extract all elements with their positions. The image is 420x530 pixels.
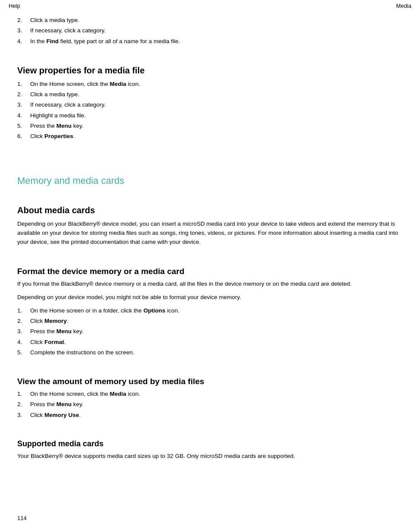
list-item: 3. If necessary, click a category. [17, 26, 403, 35]
supported-cards-paragraph: Your BlackBerry® device supports media c… [17, 452, 403, 461]
list-item: 1. On the Home screen, click the Media i… [17, 80, 403, 88]
about-media-cards-heading: About media cards [17, 205, 403, 215]
list-item: 2. Click Memory. [17, 317, 403, 325]
memory-section-heading: Memory and media cards [17, 175, 403, 186]
list-item: 6. Click Properties. [17, 132, 403, 141]
page-number: 114 [17, 515, 27, 521]
list-item: 4. Click Format. [17, 338, 403, 347]
list-item: 4. Highlight a media file. [17, 111, 403, 120]
list-item: 4. In the Find field, type part or all o… [17, 37, 403, 46]
supported-cards-heading: Supported media cards [17, 439, 403, 448]
page-footer: 114 [17, 515, 27, 521]
format-section-heading: Format the device memory or a media card [17, 267, 403, 276]
list-item: 1. On the Home screen or in a folder, cl… [17, 306, 403, 315]
page-header: Help Media [0, 0, 420, 12]
list-item: 2. Click a media type. [17, 16, 403, 25]
list-item: 2. Press the Menu key. [17, 400, 403, 409]
view-memory-heading: View the amount of memory used by media … [17, 377, 403, 386]
view-properties-heading: View properties for a media file [17, 66, 403, 76]
list-item: 3. Press the Menu key. [17, 327, 403, 336]
intro-list: 2. Click a media type. 3. If necessary, … [17, 16, 403, 46]
list-item: 2. Click a media type. [17, 90, 403, 99]
list-item: 3. Click Memory Use. [17, 411, 403, 420]
format-para1: If you format the BlackBerry® device mem… [17, 280, 403, 289]
page-content: 2. Click a media type. 3. If necessary, … [0, 12, 420, 483]
header-right: Media [396, 3, 411, 9]
list-item: 5. Press the Menu key. [17, 122, 403, 130]
list-item: 5. Complete the instructions on the scre… [17, 348, 403, 357]
list-item: 1. On the Home screen, click the Media i… [17, 390, 403, 398]
about-media-cards-paragraph: Depending on your BlackBerry® device mod… [17, 220, 403, 247]
format-steps-list: 1. On the Home screen or in a folder, cl… [17, 306, 403, 357]
header-left: Help [9, 3, 20, 9]
list-item: 3. If necessary, click a category. [17, 101, 403, 109]
view-properties-list: 1. On the Home screen, click the Media i… [17, 80, 403, 141]
view-memory-list: 1. On the Home screen, click the Media i… [17, 390, 403, 420]
format-para2: Depending on your device model, you migh… [17, 293, 403, 302]
